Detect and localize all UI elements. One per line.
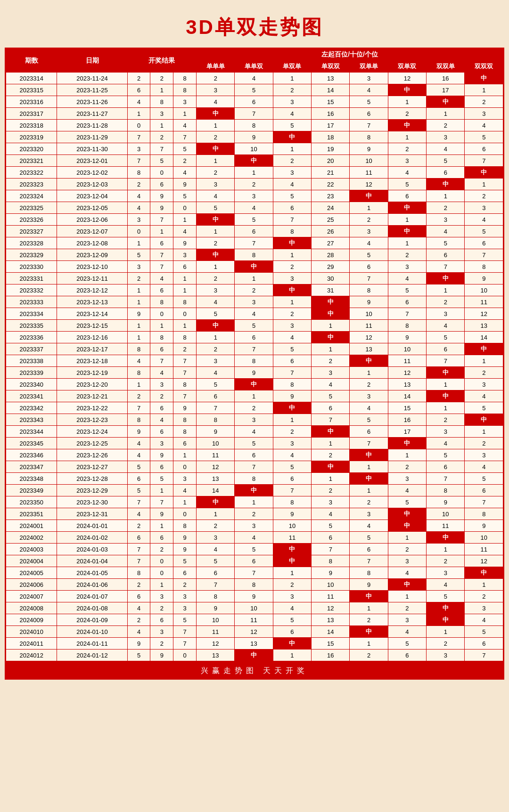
table-row: 20233172023-11-27131中74166213 xyxy=(6,108,503,120)
cell-qishu: 2023350 xyxy=(6,496,57,508)
cell-qishu: 2023319 xyxy=(6,131,57,143)
cell-val-0: 2 xyxy=(197,237,235,249)
cell-val-7: 1 xyxy=(465,355,503,367)
cell-qishu: 2023326 xyxy=(6,214,57,226)
cell-val-5: 1 xyxy=(388,214,426,226)
cell-val-4: 8 xyxy=(350,567,388,579)
cell-val-1: 3 xyxy=(235,190,273,202)
table-row: 20233152023-11-25618352144中171 xyxy=(6,84,503,96)
cell-val-0: 2 xyxy=(197,520,235,532)
cell-val-4: 12 xyxy=(350,332,388,343)
cell-val-4: 中 xyxy=(350,591,388,602)
cell-result-1: 7 xyxy=(150,214,173,226)
cell-val-7: 4 xyxy=(465,461,503,473)
cell-val-7: 3 xyxy=(465,379,503,390)
cell-val-6: 4 xyxy=(427,143,465,155)
cell-val-2: 3 xyxy=(273,591,311,602)
cell-result-0: 5 xyxy=(127,650,150,661)
cell-val-4: 7 xyxy=(350,555,388,567)
cell-val-2: 1 xyxy=(273,143,311,155)
cell-val-6: 中 xyxy=(427,367,465,379)
cell-result-2: 7 xyxy=(173,390,197,402)
cell-val-6: 5 xyxy=(427,237,465,249)
cell-val-0: 中 xyxy=(197,108,235,120)
cell-val-3: 2 xyxy=(312,355,350,367)
cell-result-1: 0 xyxy=(150,567,173,579)
cell-result-2: 9 xyxy=(173,179,197,190)
cell-result-0: 4 xyxy=(127,626,150,638)
cell-val-5: 7 xyxy=(388,308,426,320)
header-row-1: 期数 日期 开奖结果 左起百位/十位/个位 xyxy=(6,49,503,61)
cell-val-2: 6 xyxy=(273,202,311,214)
cell-val-0: 10 xyxy=(197,438,235,449)
table-row: 20233452023-12-25436105317中42 xyxy=(6,438,503,449)
cell-result-0: 2 xyxy=(127,614,150,626)
cell-result-2: 2 xyxy=(173,155,197,167)
cell-val-3: 6 xyxy=(312,402,350,414)
cell-val-5: 6 xyxy=(388,650,426,661)
cell-val-6: 9 xyxy=(427,496,465,508)
cell-val-4: 11 xyxy=(350,167,388,179)
cell-val-5: 12 xyxy=(388,367,426,379)
cell-result-2: 0 xyxy=(173,308,197,320)
cell-val-4: 2 xyxy=(350,650,388,661)
cell-val-0: 2 xyxy=(197,131,235,143)
cell-date: 2023-11-27 xyxy=(57,108,127,120)
cell-result-1: 2 xyxy=(150,73,173,84)
cell-result-2: 5 xyxy=(173,143,197,155)
cell-val-7: 9 xyxy=(465,273,503,284)
cell-qishu: 2023331 xyxy=(6,273,57,284)
table-row: 20240122024-01-1259013中1162637 xyxy=(6,650,503,661)
cell-val-7: 12 xyxy=(465,308,503,320)
cell-val-2: 1 xyxy=(273,650,311,661)
cell-result-2: 9 xyxy=(173,237,197,249)
cell-val-4: 1 xyxy=(350,461,388,473)
cell-val-1: 8 xyxy=(235,249,273,261)
cell-result-2: 0 xyxy=(173,461,197,473)
cell-val-5: 5 xyxy=(388,284,426,296)
cell-result-2: 3 xyxy=(173,473,197,485)
cell-val-7: 6 xyxy=(465,485,503,496)
cell-qishu: 2023334 xyxy=(6,308,57,320)
cell-val-0: 1 xyxy=(197,226,235,237)
cell-val-0: 4 xyxy=(197,296,235,308)
cell-val-1: 4 xyxy=(235,426,273,438)
cell-val-1: 中 xyxy=(235,155,273,167)
cell-val-7: 3 xyxy=(465,449,503,461)
cell-val-0: 4 xyxy=(197,544,235,555)
cell-date: 2024-01-04 xyxy=(57,555,127,567)
cell-qishu: 2024007 xyxy=(6,591,57,602)
cell-qishu: 2023316 xyxy=(6,96,57,108)
cell-val-6: 3 xyxy=(427,131,465,143)
cell-result-2: 1 xyxy=(173,449,197,461)
cell-result-0: 1 xyxy=(127,332,150,343)
cell-val-0: 2 xyxy=(197,73,235,84)
cell-val-6: 5 xyxy=(427,449,465,461)
cell-val-0: 12 xyxy=(197,461,235,473)
cell-result-1: 7 xyxy=(150,355,173,367)
cell-date: 2023-12-27 xyxy=(57,461,127,473)
cell-result-1: 6 xyxy=(150,532,173,544)
cell-val-3: 14 xyxy=(312,626,350,638)
cell-val-0: 2 xyxy=(197,343,235,355)
table-row: 20233192023-11-2972729中188135 xyxy=(6,131,503,143)
cell-val-6: 2 xyxy=(427,555,465,567)
table-row: 20233142023-11-242282411331216中 xyxy=(6,73,503,84)
cell-val-5: 9 xyxy=(388,332,426,343)
cell-val-0: 8 xyxy=(197,414,235,426)
cell-result-2: 6 xyxy=(173,438,197,449)
table-row: 20240112024-01-119271213中151526 xyxy=(6,638,503,650)
cell-date: 2023-12-15 xyxy=(57,320,127,332)
cell-val-6: 6 xyxy=(427,461,465,473)
cell-val-7: 5 xyxy=(465,131,503,143)
cell-result-0: 7 xyxy=(127,131,150,143)
cell-val-4: 2 xyxy=(350,379,388,390)
cell-qishu: 2023345 xyxy=(6,438,57,449)
cell-val-6: 7 xyxy=(427,355,465,367)
cell-val-6: 3 xyxy=(427,567,465,579)
cell-qishu: 2023349 xyxy=(6,485,57,496)
cell-result-0: 8 xyxy=(127,414,150,426)
cell-result-2: 1 xyxy=(173,214,197,226)
cell-val-2: 4 xyxy=(273,332,311,343)
cell-val-0: 1 xyxy=(197,261,235,273)
